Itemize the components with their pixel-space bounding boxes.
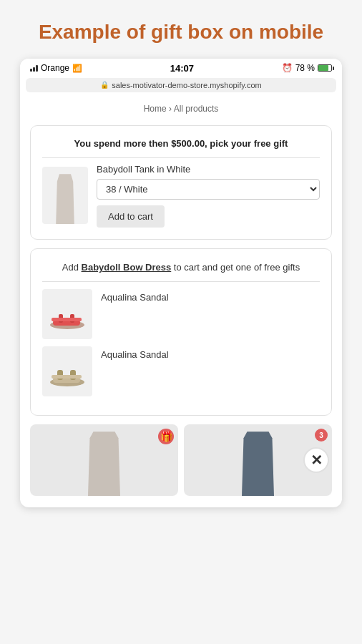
free-gifts-card: Add Babydoll Bow Dress to cart and get o… [30,248,332,416]
time-display: 14:07 [170,63,194,74]
url-bar[interactable]: 🔒 sales-motivator-demo-store.myshopify.c… [26,78,336,92]
gift-product-info: Babydoll Tank in White 38 / White 40 / W… [97,164,320,228]
svg-rect-9 [52,375,82,379]
carrier-label: Orange [41,63,69,73]
sandal-svg-1 [46,293,89,336]
status-bar: Orange 📶 14:07 ⏰ 78 % [20,59,342,78]
sandal-image-2 [42,346,92,396]
page-heading: Example of gift box on mobile [0,0,362,59]
sandal-svg-2 [46,350,89,393]
status-right: ⏰ 78 % [282,63,332,73]
free-gifts-title: Add Babydoll Bow Dress to cart and get o… [42,260,320,275]
signal-icon [30,65,38,72]
dress-silhouette [54,174,77,224]
battery-pct: 78 % [295,63,315,73]
breadcrumb-separator: › [169,104,172,114]
url-text: sales-motivator-demo-store.myshopify.com [112,81,261,89]
sandal-item-1: Aqualina Sandal [42,289,320,339]
figure-2 [240,431,276,496]
battery-icon [318,64,332,72]
gift-badge-1: 🎁 [158,429,174,444]
wifi-icon: 📶 [72,64,82,73]
add-to-cart-button[interactable]: Add to cart [97,205,165,228]
breadcrumb: Home › All products [20,97,342,121]
variant-select[interactable]: 38 / White 40 / White 42 / White [97,179,320,200]
sandal-image-1 [42,289,92,339]
notification-badge: 3 [315,429,328,441]
product-thumb-2[interactable]: 3 ✕ [184,424,332,496]
gift-product-name: Babydoll Tank in White [97,164,320,175]
gift-product-image [42,167,88,224]
breadcrumb-home[interactable]: Home [144,104,167,114]
gift-product-row: Babydoll Tank in White 38 / White 40 / W… [42,164,320,228]
gift-card: You spend more then $500.00, pick your f… [30,125,332,240]
gift-card-title: You spend more then $500.00, pick your f… [42,137,320,150]
lock-icon: 🔒 [100,81,109,89]
product-thumb-1[interactable]: 🎁 [30,424,178,496]
bottom-row: 🎁 3 ✕ [20,424,342,507]
close-badge[interactable]: ✕ [303,447,329,473]
free-gifts-title-start: Add [62,262,82,273]
free-gifts-product-link[interactable]: Babydoll Bow Dress [82,262,172,273]
sandal-name-1[interactable]: Aqualina Sandal [101,289,169,339]
sandal-name-2[interactable]: Aqualina Sandal [101,346,169,396]
status-left: Orange 📶 [30,63,82,73]
free-gifts-title-end: to cart and get one of free gifts [171,262,300,273]
sandal-item-2: Aqualina Sandal [42,346,320,396]
figure-1 [87,431,122,496]
breadcrumb-current: All products [174,104,219,114]
svg-rect-4 [52,318,82,321]
divider-1 [42,157,320,158]
divider-2 [42,281,320,282]
mobile-frame: Orange 📶 14:07 ⏰ 78 % 🔒 sales-motivator-… [20,59,342,508]
alarm-icon: ⏰ [282,63,293,73]
